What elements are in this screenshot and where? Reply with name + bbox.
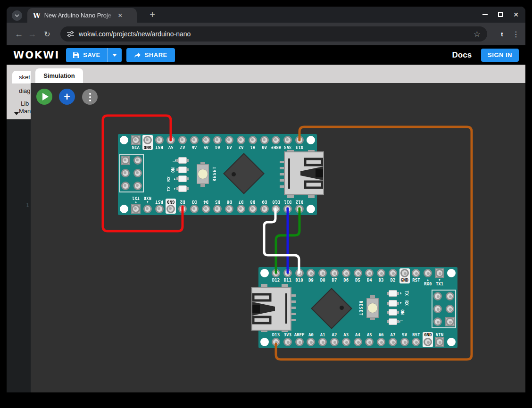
pin-A5[interactable]	[202, 136, 210, 144]
pin-A7[interactable]	[389, 338, 397, 346]
editor-tab-caret-icon[interactable]	[14, 112, 19, 115]
icsp-pin[interactable]	[446, 292, 454, 300]
pin-RX0[interactable]	[424, 269, 432, 277]
new-tab-button[interactable]: +	[146, 8, 158, 21]
pin-3V3[interactable]	[283, 136, 292, 144]
pin-GND[interactable]	[400, 269, 409, 277]
pin-RST[interactable]	[155, 205, 164, 213]
save-dropdown-button[interactable]	[107, 48, 122, 62]
pin-D2[interactable]	[389, 269, 397, 277]
pin-A6[interactable]	[377, 338, 385, 346]
editor-tab-library-label-2[interactable]: Man	[19, 108, 31, 115]
tab-search-button[interactable]	[12, 10, 22, 21]
pin-5V[interactable]	[400, 338, 409, 346]
tab-close-icon[interactable]: ✕	[118, 12, 123, 19]
profile-avatar[interactable]: t	[496, 28, 508, 41]
tab-simulation[interactable]: Simulation	[35, 68, 83, 83]
pin-VIN[interactable]	[435, 338, 444, 346]
browser-menu-icon[interactable]: ⋮	[512, 30, 520, 39]
pin-A3[interactable]	[225, 136, 233, 144]
pin-D9[interactable]	[307, 269, 315, 277]
pin-D10[interactable]	[295, 269, 304, 277]
add-part-button[interactable]: +	[59, 89, 75, 105]
editor-tab-diagram-label[interactable]: diag	[19, 87, 31, 94]
url-text[interactable]: wokwi.com/projects/new/arduino-nano	[79, 30, 474, 38]
pin-D8[interactable]	[249, 205, 257, 213]
pin-A3[interactable]	[342, 338, 350, 346]
pin-A1[interactable]	[318, 338, 327, 346]
pin-D4[interactable]	[202, 205, 210, 213]
pin-D3[interactable]	[190, 205, 199, 213]
icsp-pin[interactable]	[121, 182, 130, 190]
icsp-pin[interactable]	[133, 156, 142, 165]
icsp-pin[interactable]	[433, 292, 442, 300]
pin-D6[interactable]	[225, 205, 233, 213]
icsp-pin[interactable]	[446, 305, 454, 313]
pin-RST[interactable]	[412, 338, 420, 346]
pin-A4[interactable]	[213, 136, 222, 144]
pin-D2[interactable]	[178, 205, 187, 213]
pin-D12[interactable]	[272, 269, 280, 277]
pin-D13[interactable]	[272, 338, 280, 346]
pin-A6[interactable]	[190, 136, 199, 144]
icsp-pin[interactable]	[433, 317, 442, 326]
bookmark-star-icon[interactable]: ☆	[474, 29, 481, 39]
pin-D8[interactable]	[318, 269, 327, 277]
pin-AREF[interactable]	[295, 338, 304, 346]
close-button[interactable]: ✕	[513, 11, 519, 18]
pin-A4[interactable]	[354, 338, 362, 346]
editor-tab-library-label-1[interactable]: Lib	[21, 100, 29, 107]
pin-D4[interactable]	[365, 269, 374, 277]
simulation-menu-button[interactable]	[82, 89, 98, 105]
back-icon[interactable]: ←	[12, 29, 25, 39]
pin-D11[interactable]	[283, 269, 292, 277]
docs-link[interactable]: Docs	[452, 50, 472, 60]
share-button[interactable]: SHARE	[126, 48, 175, 62]
icsp-pin[interactable]	[133, 169, 142, 177]
nano-1[interactable]: D12D11D10D9D8D7D6D5D4D3D2GNDRST↓RX0↑TX1D…	[118, 134, 317, 215]
pin-D7[interactable]	[237, 205, 245, 213]
pin-A0[interactable]	[307, 338, 315, 346]
simulation-canvas[interactable]: + D12D11D10D9D8D7D6D5D4D3D2GNDRST↓RX0↑TX…	[31, 83, 525, 392]
pin-D12[interactable]	[295, 205, 304, 213]
pin-VIN[interactable]	[132, 136, 140, 144]
pin-D5[interactable]	[354, 269, 362, 277]
pin-A2[interactable]	[330, 338, 339, 346]
pin-D10[interactable]	[272, 205, 280, 213]
nano-2[interactable]: D12D11D10D9D8D7D6D5D4D3D2GNDRST↓RX0↑TX1D…	[258, 267, 457, 348]
reset-cap[interactable]	[198, 169, 208, 179]
forward-icon[interactable]: →	[25, 29, 39, 39]
pin-TX1[interactable]	[132, 205, 140, 213]
pin-RST[interactable]	[155, 136, 164, 144]
editor-tab-sketch-label[interactable]: sket	[19, 74, 30, 81]
address-bar[interactable]: wokwi.com/projects/new/arduino-nano ☆	[60, 26, 487, 42]
minimize-button[interactable]	[482, 14, 488, 15]
icsp-pin[interactable]	[121, 169, 130, 177]
pin-GND[interactable]	[143, 136, 152, 144]
icsp-pin[interactable]	[446, 317, 454, 326]
pin-5V[interactable]	[166, 136, 175, 144]
pin-D11[interactable]	[283, 205, 292, 213]
pin-A1[interactable]	[249, 136, 257, 144]
browser-tab[interactable]: W New Arduino Nano Proje ✕	[27, 8, 137, 23]
icsp-pin[interactable]	[433, 305, 442, 313]
save-button[interactable]: SAVE	[66, 51, 107, 58]
pin-D13[interactable]	[295, 136, 304, 144]
wire-white-d10-d10[interactable]	[264, 208, 299, 273]
maximize-button[interactable]	[498, 12, 503, 17]
pin-D9[interactable]	[260, 205, 269, 213]
pin-A0[interactable]	[260, 136, 269, 144]
pin-TX1[interactable]	[435, 269, 444, 277]
reset-cap[interactable]	[367, 303, 378, 313]
site-settings-icon[interactable]	[67, 31, 74, 37]
pin-A5[interactable]	[365, 338, 374, 346]
pin-A7[interactable]	[178, 136, 187, 144]
sign-in-button[interactable]: SIGN IN	[481, 49, 519, 62]
pin-D5[interactable]	[213, 205, 222, 213]
pin-D3[interactable]	[377, 269, 385, 277]
icsp-pin[interactable]	[133, 182, 142, 190]
wire-green-d12-d12[interactable]	[276, 208, 299, 273]
pin-A2[interactable]	[237, 136, 245, 144]
pin-3V3[interactable]	[283, 338, 292, 346]
pin-D7[interactable]	[330, 269, 339, 277]
